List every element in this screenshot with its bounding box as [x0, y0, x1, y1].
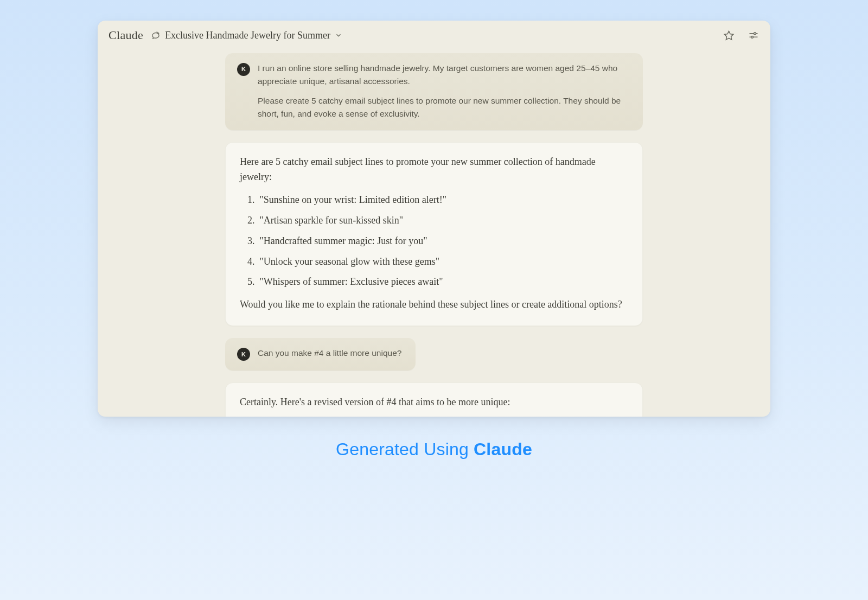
- svg-marker-0: [724, 31, 733, 40]
- star-icon[interactable]: [723, 29, 735, 41]
- assistant-message: Here are 5 catchy email subject lines to…: [225, 142, 643, 326]
- brand-logo: Claude: [108, 28, 143, 42]
- list-item: 4. "Unlock your seasonal glow with these…: [247, 254, 628, 270]
- list-item-text: "Sunshine on your wrist: Limited edition…: [260, 194, 447, 205]
- list-item-text: "Handcrafted summer magic: Just for you": [260, 235, 427, 246]
- assistant-intro: Here are 5 catchy email subject lines to…: [240, 155, 628, 185]
- avatar: K: [237, 348, 250, 361]
- user-text-line: I run an online store selling handmade j…: [258, 62, 631, 88]
- svg-point-2: [754, 33, 756, 35]
- conversation-scroll[interactable]: K I run an online store selling handmade…: [98, 48, 770, 417]
- user-message-text: I run an online store selling handmade j…: [258, 62, 631, 120]
- list-item: 5. "Whispers of summer: Exclusive pieces…: [247, 275, 628, 290]
- list-item: 2. "Artisan sparkle for sun-kissed skin": [247, 213, 628, 228]
- conversation-title: Exclusive Handmade Jewelry for Summer: [165, 30, 330, 41]
- list-item: 3. "Handcrafted summer magic: Just for y…: [247, 234, 628, 249]
- assistant-message: Certainly. Here's a revised version of #…: [225, 382, 643, 417]
- list-item-text: "Unlock your seasonal glow with these ge…: [260, 256, 440, 267]
- avatar: K: [237, 63, 250, 76]
- footer-caption: Generated Using Claude: [336, 439, 532, 459]
- chat-icon: [151, 30, 161, 40]
- list-item: 1. "Sunshine on your wrist: Limited edit…: [247, 193, 628, 208]
- footer-prefix: Generated Using: [336, 439, 474, 459]
- footer-brand: Claude: [474, 439, 532, 459]
- subject-line-list: 1. "Sunshine on your wrist: Limited edit…: [247, 193, 628, 290]
- list-item-text: "Artisan sparkle for sun-kissed skin": [260, 215, 404, 226]
- assistant-intro: Certainly. Here's a revised version of #…: [240, 395, 628, 410]
- user-text-line: Can you make #4 a little more unique?: [258, 347, 401, 360]
- user-message-text: Can you make #4 a little more unique?: [258, 347, 401, 360]
- titlebar: Claude Exclusive Handmade Jewelry for Su…: [98, 21, 770, 48]
- user-message: K I run an online store selling handmade…: [225, 53, 643, 130]
- conversation-title-dropdown[interactable]: Exclusive Handmade Jewelry for Summer: [151, 30, 342, 41]
- user-text-line: Please create 5 catchy email subject lin…: [258, 94, 631, 120]
- svg-point-4: [751, 36, 754, 38]
- assistant-outro: Would you like me to explain the rationa…: [240, 297, 628, 312]
- list-item-text: "Whispers of summer: Exclusive pieces aw…: [260, 276, 443, 287]
- app-window: Claude Exclusive Handmade Jewelry for Su…: [98, 21, 770, 417]
- settings-sliders-icon[interactable]: [748, 29, 760, 41]
- user-message: K Can you make #4 a little more unique?: [225, 338, 416, 371]
- chevron-down-icon: [335, 31, 342, 39]
- conversation-thread: K I run an online store selling handmade…: [225, 48, 643, 417]
